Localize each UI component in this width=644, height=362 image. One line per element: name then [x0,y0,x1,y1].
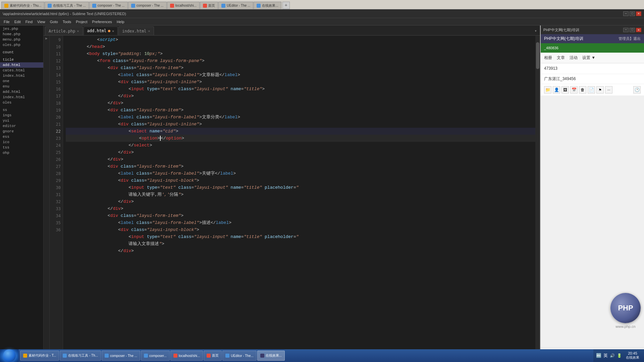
gutter-line-18: 18 [50,100,63,107]
sidebar-item-enu[interactable]: enu [0,84,43,89]
taskbar-item-4[interactable]: composer... [141,351,170,361]
sidebar-item-cates[interactable]: cates.html [0,68,43,73]
tab-scroll-right[interactable]: ▾ [533,26,539,35]
rp-restore-btn[interactable]: □ [630,28,635,32]
close-button[interactable]: ✕ [636,11,641,16]
gutter-line-26: 26 [50,156,63,163]
code-line-17: </div> [66,93,535,100]
sidebar-item-jes[interactable]: jes.php [0,26,43,32]
tab-modified-dot [108,30,110,32]
restore-button[interactable]: □ [630,11,635,16]
rp-nav-article[interactable]: 文章 [557,55,565,61]
menu-preferences[interactable]: Preferences [90,19,114,24]
sidebar-item-ings[interactable]: ings [0,113,43,118]
editor-titlebar: \app\admins\view\article\add.html (tp6rc… [0,9,644,18]
taskbar-item-5[interactable]: localhost/shi... [170,351,203,361]
code-line-35: <label class="layui-form-label">描述</labe… [66,219,535,226]
gutter: 9 10 11 12 13 14 15 16 17 18 19 20 21 22… [50,36,63,355]
sidebar-item-ico[interactable]: ico [0,139,43,145]
taskbar-item-1[interactable]: 素材代码作业 - T... [20,351,59,361]
sidebar-item-index2[interactable]: index.html [0,95,43,100]
tab-add[interactable]: add.html ✕ [84,26,118,35]
start-button[interactable]: ⊞ [0,349,19,362]
code-line-14: <label class="layui-form-label">文章标题</la… [66,71,535,78]
sidebar-item-php[interactable]: ohp [0,150,43,156]
rp-icon-trash[interactable]: 🗑 [579,86,586,94]
menu-tools[interactable]: Tools [60,19,74,24]
menu-file[interactable]: File [1,19,12,24]
rp-icon-person[interactable]: 👤 [553,86,560,94]
code-line-13: <div class="layui-form-item"> [66,64,535,71]
tab-index-label: index.html [122,29,146,34]
rp-icon-clock[interactable]: 🕐 [633,86,641,94]
rp-minimize-btn[interactable]: — [623,28,629,32]
sidebar-item-count[interactable]: count [0,50,43,55]
rp-icon-minus[interactable]: — [605,86,612,94]
sidebar-item-oles2[interactable]: oles [0,100,43,105]
sidebar-item-tss[interactable]: tss [0,145,43,150]
sidebar-item-ss[interactable]: ss [0,107,43,113]
browser-tab-2[interactable]: 在线练习工具 - The ... [45,2,89,9]
sidebar-item-one[interactable]: one [0,78,43,84]
menu-edit[interactable]: Edit [12,19,23,24]
rp-icon-document[interactable]: 📄 [588,86,595,94]
php-url: www.php.cn [610,324,641,328]
new-tab-button[interactable]: + [282,2,290,9]
rp-close-btn[interactable]: ✕ [636,28,641,32]
tray-icon-4: 🔋 [617,353,622,358]
rp-icon-image[interactable]: 🖼 [561,86,569,94]
taskbar-item-6[interactable]: 面页 [204,351,222,361]
sidebar-item-add2[interactable]: add.html [0,89,43,95]
sidebar-item-gnore[interactable]: gnore [0,129,43,134]
minimize-button[interactable]: — [623,11,629,16]
code-line-26: </div> [66,156,535,163]
tab-index[interactable]: index.html ✕ [118,26,154,35]
code-line-10: </head> [66,43,535,50]
sidebar-item-oles[interactable]: oles.php [0,42,43,48]
gutter-line-22: 22 [50,128,63,135]
code-line-36: <div class="layui-input-block"> [66,226,535,233]
browser-tab-5[interactable]: localhost/shi... [167,2,200,9]
taskbar-item-3[interactable]: composer - The ... [102,351,140,361]
rp-nav-album[interactable]: 相册 [544,55,552,61]
taskbar-item-8[interactable]: 在线效果... [257,351,285,361]
rp-icon-flag[interactable]: ⚑ [596,86,604,94]
tab-article-close[interactable]: ✕ [77,29,79,33]
sidebar-item-yui[interactable]: yui [0,118,43,123]
taskbar-item-2[interactable]: 在线练习工具 - Th... [60,351,101,361]
rp-nav-settings[interactable]: 设置 ▼ [582,55,595,61]
sidebar-item-editor[interactable]: editor [0,123,43,129]
browser-tab-8[interactable]: 在线效果... [254,2,281,9]
rp-nav-activity[interactable]: 活动 [570,55,578,61]
minimap-arrow[interactable]: ▶ [44,36,50,355]
sidebar-item-menu[interactable]: menu.php [0,37,43,42]
taskbar-item-7[interactable]: UEditor - The... [222,351,257,361]
sidebar-item-add[interactable]: add.html [0,62,43,68]
browser-tab-1[interactable]: 素材代码作业 - Thu... [1,2,44,9]
sidebar-item-ess[interactable]: ess [0,134,43,139]
rp-location-text: 广东湛江_349456 [544,76,576,81]
code-content[interactable]: <script> </head> <body style="padding: 1… [63,36,535,355]
browser-tab-4[interactable]: composer - The ... [128,2,167,9]
taskbar-clock[interactable]: 20:45 在线效果 [624,351,641,360]
code-line-22: <select name="cid"> [66,128,535,135]
browser-tab-7[interactable]: UEditor - The ... [218,2,253,9]
sidebar-item-index[interactable]: index.html [0,73,43,78]
tab-index-close[interactable]: ✕ [148,29,150,33]
sidebar-item-home[interactable]: home.php [0,32,43,37]
code-line-28: <label class="layui-form-label">关键字</lab… [66,170,535,177]
menu-view[interactable]: View [35,19,48,24]
menu-help[interactable]: Help [114,19,127,24]
tab-add-close[interactable]: ✕ [112,29,114,33]
browser-tab-6[interactable]: 面页 [200,2,218,9]
browser-tab-3[interactable]: composer - The ... [89,2,128,9]
tab-article[interactable]: Article.php ✕ [45,26,83,35]
rp-icon-folder[interactable]: 📁 [544,86,551,94]
sidebar-item-ticle[interactable]: ticle [0,57,43,62]
menu-find[interactable]: Find [23,19,35,24]
rp-icon-calendar[interactable]: 📅 [570,86,578,94]
rp-header-user[interactable]: 管理员】退出 [619,36,641,41]
menu-goto[interactable]: Goto [48,19,60,24]
scrollbar-vertical[interactable] [535,36,540,355]
menu-project[interactable]: Project [73,19,90,24]
